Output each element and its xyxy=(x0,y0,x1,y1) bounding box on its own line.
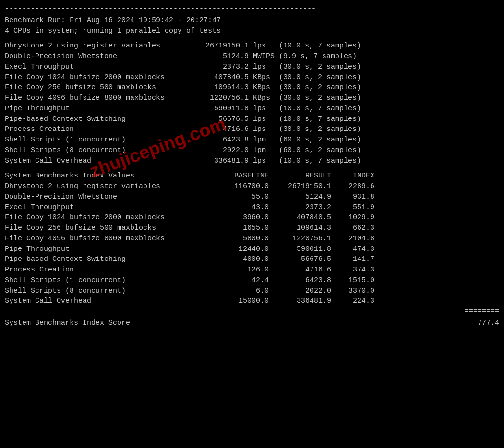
index-row-index: 3370.0 xyxy=(331,286,374,296)
index-row-result: 5124.9 xyxy=(269,192,331,202)
bench-name: File Copy 4096 bufsize 8000 maxblocks xyxy=(5,93,186,104)
bench-name: System Call Overhead xyxy=(5,156,186,166)
bench-unit: KBps xyxy=(249,72,279,83)
bench-info: (30.0 s, 2 samples) xyxy=(279,124,361,135)
index-row-name: Process Creation xyxy=(5,265,206,275)
bench-unit: lpm xyxy=(249,145,279,156)
bench-value: 5124.9 xyxy=(186,51,249,62)
bench-name: Process Creation xyxy=(5,124,186,135)
benchmarks-section: Dhrystone 2 using register variables 267… xyxy=(5,41,499,166)
final-score-row: System Benchmarks Index Score 777.4 xyxy=(5,318,499,329)
index-row-baseline: 15000.0 xyxy=(206,296,269,307)
index-row-baseline: 5800.0 xyxy=(206,234,269,244)
index-row-name: Double-Precision Whetstone xyxy=(5,192,206,202)
index-row-index: 474.3 xyxy=(331,244,374,255)
index-row-name: Pipe-based Context Switching xyxy=(5,254,206,265)
index-row-name: Execl Throughput xyxy=(5,202,206,213)
bench-name: Dhrystone 2 using register variables xyxy=(5,41,186,51)
index-row-result: 109614.3 xyxy=(269,223,331,234)
benchmark-row: System Call Overhead 336481.9 lps (10.0 … xyxy=(5,156,499,166)
index-row-baseline: 4000.0 xyxy=(206,254,269,265)
benchmark-row: File Copy 256 bufsize 500 maxblocks 1096… xyxy=(5,83,499,93)
index-row-baseline: 126.0 xyxy=(206,265,269,275)
benchmark-row: Dhrystone 2 using register variables 267… xyxy=(5,41,499,51)
index-row-result: 6423.8 xyxy=(269,275,331,286)
index-table-row: File Copy 4096 bufsize 8000 maxblocks 58… xyxy=(5,234,499,244)
benchmark-row: Double-Precision Whetstone 5124.9 MWIPS … xyxy=(5,51,499,62)
index-table-row: Pipe-based Context Switching 4000.0 5667… xyxy=(5,254,499,265)
bench-unit: lps xyxy=(249,124,279,135)
benchmark-row: File Copy 4096 bufsize 8000 maxblocks 12… xyxy=(5,93,499,104)
bench-name: Pipe Throughput xyxy=(5,104,186,114)
score-value: 777.4 xyxy=(456,318,499,329)
index-row-index: 662.3 xyxy=(331,223,374,234)
bench-value: 1220756.1 xyxy=(186,93,249,104)
bench-value: 2373.2 xyxy=(186,62,249,72)
bench-unit: lps xyxy=(249,156,279,166)
bench-info: (10.0 s, 7 samples) xyxy=(279,41,361,51)
bench-unit: lps xyxy=(249,104,279,114)
benchmark-row: Execl Throughput 2373.2 lps (30.0 s, 2 s… xyxy=(5,62,499,72)
col-header-index: INDEX xyxy=(331,171,374,181)
index-row-name: File Copy 1024 bufsize 2000 maxblocks xyxy=(5,212,206,223)
benchmark-row: Process Creation 4716.6 lps (30.0 s, 2 s… xyxy=(5,124,499,135)
bench-name: Execl Throughput xyxy=(5,62,186,72)
header-line2: 4 CPUs in system; running 1 parallel cop… xyxy=(5,26,499,36)
bench-name: File Copy 256 bufsize 500 maxblocks xyxy=(5,83,186,93)
index-table-row: System Call Overhead 15000.0 336481.9 22… xyxy=(5,296,499,307)
index-table-row: Execl Throughput 43.0 2373.2 551.9 xyxy=(5,202,499,213)
index-row-baseline: 55.0 xyxy=(206,192,269,202)
bench-value: 336481.9 xyxy=(186,156,249,166)
header-line1: Benchmark Run: Fri Aug 16 2024 19:59:42 … xyxy=(5,15,499,26)
index-row-index: 551.9 xyxy=(331,202,374,213)
equals-row: ======== xyxy=(5,307,499,317)
bench-value: 590011.8 xyxy=(186,104,249,114)
index-row-result: 26719150.1 xyxy=(269,181,331,192)
bench-unit: KBps xyxy=(249,93,279,104)
index-row-index: 224.3 xyxy=(331,296,374,307)
col-header-name: System Benchmarks Index Values xyxy=(5,171,206,181)
index-row-index: 1029.9 xyxy=(331,212,374,223)
benchmark-row: Pipe Throughput 590011.8 lps (10.0 s, 7 … xyxy=(5,104,499,114)
index-row-baseline: 116700.0 xyxy=(206,181,269,192)
bench-name: Pipe-based Context Switching xyxy=(5,114,186,125)
bench-value: 26719150.1 xyxy=(186,41,249,51)
index-table-row: Shell Scripts (1 concurrent) 42.4 6423.8… xyxy=(5,275,499,286)
header-section: Benchmark Run: Fri Aug 16 2024 19:59:42 … xyxy=(5,15,499,36)
bench-value: 6423.8 xyxy=(186,135,249,145)
index-table-row: File Copy 1024 bufsize 2000 maxblocks 39… xyxy=(5,212,499,223)
benchmark-row: Shell Scripts (8 concurrent) 2022.0 lpm … xyxy=(5,145,499,156)
bench-unit: KBps xyxy=(249,83,279,93)
index-row-result: 2373.2 xyxy=(269,202,331,213)
index-row-index: 1515.0 xyxy=(331,275,374,286)
index-table-row: Shell Scripts (8 concurrent) 6.0 2022.0 … xyxy=(5,286,499,296)
index-row-name: Shell Scripts (1 concurrent) xyxy=(5,275,206,286)
index-table-row: Dhrystone 2 using register variables 116… xyxy=(5,181,499,192)
index-row-name: Dhrystone 2 using register variables xyxy=(5,181,206,192)
index-row-baseline: 3960.0 xyxy=(206,212,269,223)
bench-info: (30.0 s, 2 samples) xyxy=(279,93,361,104)
col-header-baseline: BASELINE xyxy=(206,171,269,181)
bench-unit: lpm xyxy=(249,135,279,145)
index-row-index: 931.8 xyxy=(331,192,374,202)
index-row-baseline: 12440.0 xyxy=(206,244,269,255)
index-row-name: File Copy 4096 bufsize 8000 maxblocks xyxy=(5,234,206,244)
index-row-index: 2104.8 xyxy=(331,234,374,244)
index-row-result: 2022.0 xyxy=(269,286,331,296)
bench-info: (9.9 s, 7 samples) xyxy=(279,51,357,62)
bench-value: 4716.6 xyxy=(186,124,249,135)
index-row-index: 141.7 xyxy=(331,254,374,265)
index-table-row: Process Creation 126.0 4716.6 374.3 xyxy=(5,265,499,275)
index-row-result: 4716.6 xyxy=(269,265,331,275)
bench-info: (10.0 s, 7 samples) xyxy=(279,156,361,166)
bench-info: (10.0 s, 7 samples) xyxy=(279,114,361,125)
index-row-baseline: 42.4 xyxy=(206,275,269,286)
benchmark-row: File Copy 1024 bufsize 2000 maxblocks 40… xyxy=(5,72,499,83)
bench-info: (60.0 s, 2 samples) xyxy=(279,145,361,156)
bench-info: (10.0 s, 7 samples) xyxy=(279,104,361,114)
index-row-result: 1220756.1 xyxy=(269,234,331,244)
bench-value: 56676.5 xyxy=(186,114,249,125)
col-header-result: RESULT xyxy=(269,171,331,181)
bench-name: Shell Scripts (8 concurrent) xyxy=(5,145,186,156)
bench-info: (30.0 s, 2 samples) xyxy=(279,72,361,83)
